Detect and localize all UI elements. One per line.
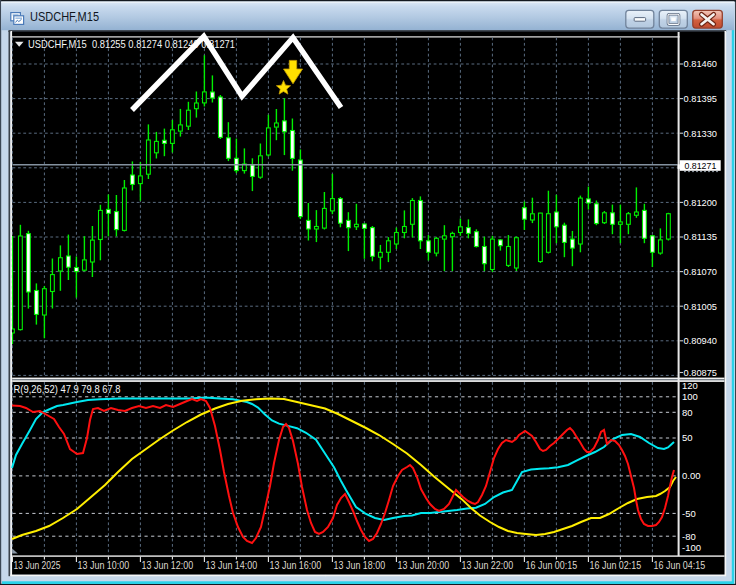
svg-text:13 Jun 18:00: 13 Jun 18:00 xyxy=(334,559,386,571)
svg-text:0.81005: 0.81005 xyxy=(684,301,718,312)
svg-text:0.81135: 0.81135 xyxy=(684,231,718,242)
svg-text:120: 120 xyxy=(682,380,698,391)
svg-text:16 Jun 04:15: 16 Jun 04:15 xyxy=(654,559,706,571)
svg-text:16 Jun 02:15: 16 Jun 02:15 xyxy=(590,559,642,571)
svg-text:0.81395: 0.81395 xyxy=(684,93,718,104)
svg-text:-50: -50 xyxy=(682,508,696,519)
svg-text:0.00: 0.00 xyxy=(682,470,701,481)
svg-text:0.80940: 0.80940 xyxy=(684,335,718,346)
svg-text:USDCHF,M15: USDCHF,M15 xyxy=(30,9,99,24)
svg-text:13 Jun 22:00: 13 Jun 22:00 xyxy=(462,559,514,571)
svg-text:0.80875: 0.80875 xyxy=(684,367,718,378)
svg-text:13 Jun 12:00: 13 Jun 12:00 xyxy=(142,559,194,571)
svg-text:0.81330: 0.81330 xyxy=(684,128,718,139)
svg-text:80: 80 xyxy=(682,407,693,418)
svg-text:-80: -80 xyxy=(682,531,696,542)
svg-text:13 Jun 10:00: 13 Jun 10:00 xyxy=(78,559,130,571)
svg-text:0.81271: 0.81271 xyxy=(685,160,717,171)
svg-text:100: 100 xyxy=(682,391,698,402)
svg-text:50: 50 xyxy=(682,432,693,443)
svg-text:13 Jun 14:00: 13 Jun 14:00 xyxy=(206,559,258,571)
svg-text:13 Jun 20:00: 13 Jun 20:00 xyxy=(398,559,450,571)
svg-text:R(9,26,52) 47.9 79.8 67.8: R(9,26,52) 47.9 79.8 67.8 xyxy=(14,384,121,395)
svg-text:0.81460: 0.81460 xyxy=(684,58,718,69)
svg-text:13 Jun 2025: 13 Jun 2025 xyxy=(14,559,61,571)
svg-text:0.81070: 0.81070 xyxy=(684,266,718,277)
svg-text:13 Jun 16:00: 13 Jun 16:00 xyxy=(270,559,322,571)
svg-text:-100: -100 xyxy=(682,542,701,553)
svg-text:16 Jun 00:15: 16 Jun 00:15 xyxy=(526,559,578,571)
svg-text:0.81200: 0.81200 xyxy=(684,197,718,208)
